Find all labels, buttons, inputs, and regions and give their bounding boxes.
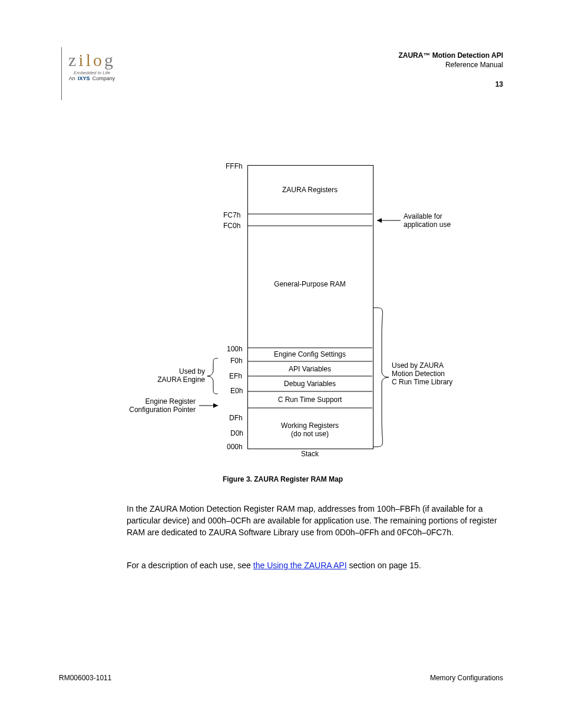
logo-tagline: Embedded in Life bbox=[68, 70, 115, 75]
logo-letter: i bbox=[78, 50, 85, 70]
addr-000: 000h bbox=[227, 443, 243, 451]
svg-marker-10 bbox=[213, 403, 218, 408]
label-ercp: Engine Register Configuration Pointer bbox=[124, 397, 196, 414]
label-available-ram: Available for application use bbox=[404, 212, 451, 229]
page-footer: RM006003-1011 Memory Configurations bbox=[59, 674, 503, 682]
label-gpr: General-Purpose RAM bbox=[247, 280, 372, 288]
addr-100: 100h bbox=[227, 345, 243, 353]
para2-pre: For a description of each use, see bbox=[127, 561, 253, 570]
label-row-2: API Variables bbox=[247, 365, 372, 373]
label-stack: Stack bbox=[247, 450, 372, 458]
para2-post: section on page 15. bbox=[347, 561, 421, 570]
figure-ram-map: FFFh FC7h FC0h 100h F0h EFh E0h DFh D0h … bbox=[59, 124, 507, 489]
logo-company-mid: IXYS bbox=[78, 75, 90, 81]
label-row-4: C Run Time Support bbox=[247, 396, 372, 404]
doc-title: ZAURA™ Motion Detection API bbox=[398, 51, 503, 60]
addr-fff: FFFh bbox=[226, 162, 243, 170]
addr-fc0: FC0h bbox=[223, 222, 240, 230]
logo-company-post: Company bbox=[92, 75, 115, 81]
addr-ef: EFh bbox=[229, 372, 242, 380]
addr-f0: F0h bbox=[230, 357, 243, 365]
para-1: In the ZAURA Motion Detection Register R… bbox=[127, 503, 504, 539]
figure-caption: Figure 3. ZAURA Register RAM Map bbox=[59, 475, 507, 483]
para-2: For a description of each use, see the U… bbox=[127, 560, 504, 572]
label-crt-lib: Used by ZAURA Motion Detection C Run Tim… bbox=[392, 361, 452, 386]
addr-e0: E0h bbox=[230, 387, 243, 395]
label-row-3: Debug Variables bbox=[247, 380, 372, 388]
logo-letter: l bbox=[86, 50, 93, 70]
label-row-1: Engine Config Settings bbox=[247, 350, 372, 358]
logo-letter: o bbox=[93, 50, 104, 70]
page-header: ZAURA™ Motion Detection API Reference Ma… bbox=[398, 51, 503, 89]
header-divider bbox=[61, 47, 62, 100]
label-zaura-registers: ZAURA Registers bbox=[247, 186, 372, 194]
logo-brand: zilog bbox=[68, 50, 115, 70]
logo-letter: z bbox=[68, 50, 78, 70]
logo-company-line: An IXYS Company bbox=[68, 75, 115, 81]
logo-letter: g bbox=[104, 50, 115, 70]
doc-subtitle: Reference Manual bbox=[398, 60, 503, 70]
link-using-zaura-api[interactable]: the Using the ZAURA API bbox=[253, 561, 347, 570]
zilog-logo: zilog Embedded in Life An IXYS Company bbox=[68, 50, 115, 81]
footer-left: RM006003-1011 bbox=[59, 674, 111, 682]
addr-fc7: FC7h bbox=[223, 211, 240, 219]
addr-df: DFh bbox=[229, 414, 243, 422]
footer-right: Memory Configurations bbox=[430, 674, 503, 682]
logo-company-pre: An bbox=[69, 75, 75, 81]
label-used-by-engine: Used by ZAURA Engine bbox=[140, 367, 205, 384]
addr-d0: D0h bbox=[230, 429, 243, 437]
svg-marker-8 bbox=[377, 218, 382, 223]
label-workregs: Working Registers (do not use) bbox=[247, 421, 372, 438]
page-number: 13 bbox=[398, 80, 503, 89]
